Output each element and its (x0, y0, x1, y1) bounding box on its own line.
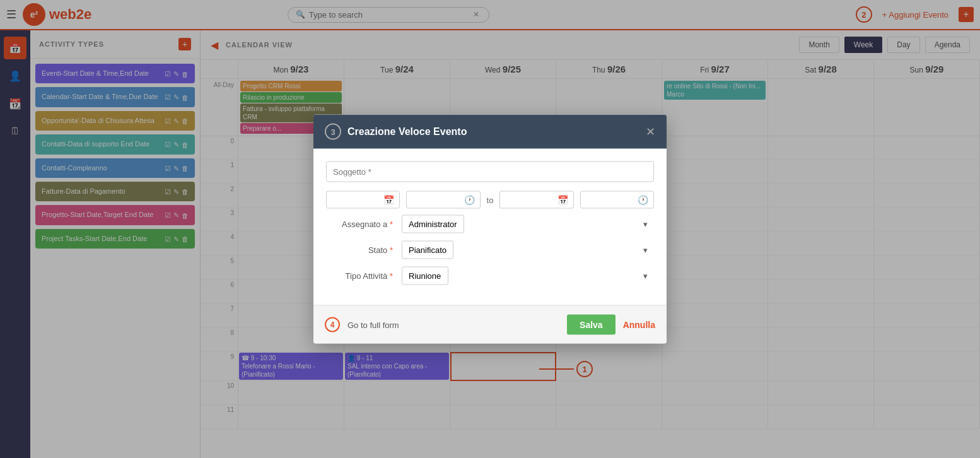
end-date-wrap: 25-09-2019 📅 (499, 191, 573, 209)
to-label: to (487, 195, 494, 204)
required-mark: * (390, 245, 393, 255)
subject-input[interactable] (326, 161, 654, 182)
tipo-select[interactable]: Riunione (402, 267, 448, 285)
stato-label: Stato * (326, 245, 402, 255)
clock-icon-end[interactable]: 🕐 (638, 195, 648, 205)
required-mark: * (390, 271, 393, 281)
calendar-icon-end[interactable]: 📅 (557, 195, 568, 205)
quick-create-modal: 3 Creazione Veloce Evento ✕ 25-09-2019 📅… (313, 115, 667, 344)
assigned-select[interactable]: Administrator (402, 215, 464, 233)
annulla-button[interactable]: Annulla (623, 320, 655, 330)
date-time-row-start: 25-09-2019 📅 09:00 🕐 to 25-09-2019 📅 09:… (326, 191, 654, 209)
subject-row (326, 161, 654, 182)
required-mark: * (390, 220, 393, 229)
stato-row: Stato * Pianificato (326, 241, 654, 259)
modal-close-button[interactable]: ✕ (646, 125, 655, 139)
assigned-row: Assegnato a * Administrator (326, 215, 654, 233)
modal-body: 25-09-2019 📅 09:00 🕐 to 25-09-2019 📅 09:… (313, 149, 667, 305)
end-time-wrap: 09:30 🕐 (580, 191, 654, 209)
start-time-wrap: 09:00 🕐 (406, 191, 480, 209)
end-date-input[interactable]: 25-09-2019 (505, 195, 553, 204)
stato-select[interactable]: Pianificato (402, 241, 453, 259)
modal-header: 3 Creazione Veloce Evento ✕ (313, 115, 667, 149)
assigned-label: Assegnato a * (326, 220, 402, 229)
annotation-3: 3 (325, 124, 341, 140)
calendar-icon-start[interactable]: 📅 (383, 195, 394, 205)
clock-icon-start[interactable]: 🕐 (464, 195, 475, 205)
tipo-select-wrap: Riunione (402, 267, 654, 285)
start-time-input[interactable]: 09:00 (412, 195, 460, 204)
modal-title: Creazione Veloce Evento (347, 126, 467, 138)
annotation-4: 4 (325, 317, 340, 332)
tipo-label: Tipo Attività * (326, 271, 402, 281)
salva-button[interactable]: Salva (567, 315, 615, 335)
assigned-select-wrap: Administrator (402, 215, 654, 233)
end-time-input[interactable]: 09:30 (586, 195, 634, 204)
start-date-wrap: 25-09-2019 📅 (326, 191, 400, 209)
modal-footer: 4 Go to full form Salva Annulla (313, 305, 667, 344)
tipo-row: Tipo Attività * Riunione (326, 267, 654, 285)
goto-full-form-link[interactable]: Go to full form (347, 320, 399, 329)
stato-select-wrap: Pianificato (402, 241, 654, 259)
start-date-input[interactable]: 25-09-2019 (332, 195, 380, 204)
